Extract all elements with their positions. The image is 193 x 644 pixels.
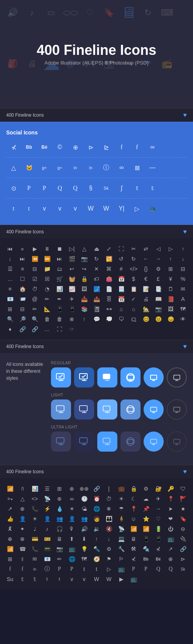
down-arrow-icon: ↓ — [4, 254, 16, 264]
code-icon: </> — [127, 264, 140, 274]
dribbble-icon: ⊕ — [68, 141, 83, 153]
flag2-icon: ⚑ — [103, 554, 115, 564]
google-plus-icon: g+ — [37, 161, 52, 174]
signal2-icon: 📶 — [127, 524, 140, 534]
refresh2-icon: ↻ — [90, 254, 103, 264]
share-icon: ⊀ — [6, 141, 21, 153]
download-icon: ⬇ — [78, 534, 90, 544]
section-title-4: 400 Fineline Icons — [6, 469, 44, 474]
code2-icon: <> — [29, 494, 41, 504]
power-icon: ⏻ — [164, 524, 177, 534]
ultralight-icon-1 — [51, 432, 71, 452]
alpha-icon: A — [177, 294, 189, 304]
google-plus-alt-icon: g+ — [52, 161, 67, 174]
aim-icon: ⊕ — [16, 504, 29, 514]
redo-icon: ↪ — [78, 264, 90, 274]
ultralight-icon-4 — [120, 432, 141, 452]
svg-rect-8 — [80, 406, 87, 411]
download2-icon: ↓ — [103, 534, 115, 544]
print-icon: 🖨 — [140, 294, 152, 304]
laptop-icon: 💻 — [115, 534, 127, 544]
triangle-icon: △ — [16, 494, 29, 504]
step-fwd-icon: ⏩ — [41, 254, 53, 264]
user2-icon: 👤 — [66, 514, 78, 524]
pie-icon: ◔ — [41, 284, 53, 294]
voicemail-icon: 📟 — [41, 544, 53, 554]
cast-icon: 📡 — [115, 524, 127, 534]
edit-icon: ✏ — [41, 294, 53, 304]
wifi2-icon: 📶 — [140, 524, 152, 534]
b-yt-icon: ▷ — [103, 564, 115, 574]
copyright-icon: © — [52, 141, 67, 153]
icon-style-1 — [51, 367, 71, 387]
tumblr-icon: t — [6, 202, 21, 215]
book3-icon: 📚 — [78, 304, 90, 314]
lock2-icon: 🔒 — [127, 484, 140, 494]
svg-rect-2 — [103, 374, 110, 379]
cross2-icon: ⊗ — [16, 534, 29, 544]
lock-icon: 🔒 — [78, 274, 90, 284]
glasses-icon: 👓 — [103, 304, 115, 314]
svg-rect-0 — [56, 374, 64, 379]
hero-section: 🔊 ♪ ▭ ⬭⬭ ♡ 🔖 🖥 ↻ ⌨ 🎒 🖨 ☁ @ 🎮 📷 ⊶ ☂ 📻 400… — [0, 0, 193, 108]
headphones-icon: 🎧 — [53, 524, 66, 534]
hash-icon: # — [115, 264, 127, 274]
section-header-3: 400 Fineline Icons ♥ — [0, 340, 193, 353]
dots-icon: … — [41, 324, 53, 334]
svg-rect-5 — [151, 375, 157, 379]
b-be-icon: Bé — [152, 554, 164, 564]
settings-icon: ⚙ — [152, 264, 164, 274]
ultralight-icon-2 — [74, 432, 94, 452]
diamond-icon: ♦ — [4, 324, 16, 334]
alarm-icon: ⏱ — [103, 494, 115, 504]
msg2-icon: 💭 — [103, 314, 115, 324]
monitor-icon: 🖥 — [120, 4, 137, 21]
b2-w-icon: W — [90, 574, 103, 584]
compass-icon: 🧭 — [90, 554, 103, 564]
upload-icon: ⬆ — [66, 534, 78, 544]
grid2-icon: ⊞ — [4, 304, 16, 314]
image-icon: 🖼 — [78, 284, 90, 294]
section-header-2: 400 Fineline Icons ♥ — [0, 225, 193, 238]
transfer-icon: ⇄ — [140, 244, 152, 254]
section-header-4: 400 Fineline Icons ♥ — [0, 465, 193, 478]
section-icon: § — [83, 182, 98, 194]
right-arrow-icon: → — [152, 254, 164, 264]
b-tw-icon: t — [78, 564, 90, 574]
refresh-icon: ↻ — [139, 4, 156, 21]
b2-v2-icon: v — [78, 574, 90, 584]
note2-icon: ♪ — [41, 524, 53, 534]
section-title-1: 400 Fineline Icons — [6, 112, 44, 118]
quora-alt-icon: Q — [68, 182, 83, 194]
up-icon: △ — [78, 244, 90, 254]
emoji3-icon: 😞 — [164, 314, 177, 324]
twitter-icon: 𝕥 — [130, 182, 144, 194]
social-section: Social Icons ⊀ Bb Bé © ⊕ ⊳ ⊵ f f ∞ △ 🐱 g… — [0, 122, 193, 225]
social-row-3: ⊙ P P Q Q § Sk ∫ 𝕥 𝕥 — [6, 182, 187, 199]
light-icon-1 — [51, 399, 71, 420]
film-icon: 🎬 — [66, 254, 78, 264]
send-icon: ✈ — [66, 294, 78, 304]
clock-icon: ⏱ — [29, 284, 41, 294]
svg-rect-15 — [80, 438, 87, 443]
b-insta-icon: Ⓘ — [41, 564, 53, 574]
styles-layout: All icons available in these different s… — [6, 361, 187, 457]
b2-t-icon: t — [41, 574, 53, 584]
svg-rect-19 — [151, 439, 157, 443]
svg-rect-12 — [151, 407, 157, 411]
link-icon: 🔗 — [16, 324, 29, 334]
b2-yt-icon: ▶ — [115, 574, 127, 584]
b2-yt2-icon: 📺 — [127, 574, 140, 584]
user-icon: 👤 — [41, 514, 53, 524]
location-icon: 📌 — [140, 504, 152, 514]
svg-rect-16 — [103, 438, 110, 443]
svg-rect-7 — [56, 406, 64, 411]
style-ultralight-icons — [51, 432, 187, 452]
behance-alt-icon: Bé — [37, 141, 52, 153]
inbox-icon: 📥 — [78, 294, 90, 304]
pinterest-icon: P — [22, 182, 36, 194]
home-icon: 🏠 — [16, 284, 29, 294]
barcode-icon: ⦀ — [16, 554, 29, 564]
b2-v-icon: v — [66, 574, 78, 584]
currency-icon: ¤ — [4, 284, 16, 294]
